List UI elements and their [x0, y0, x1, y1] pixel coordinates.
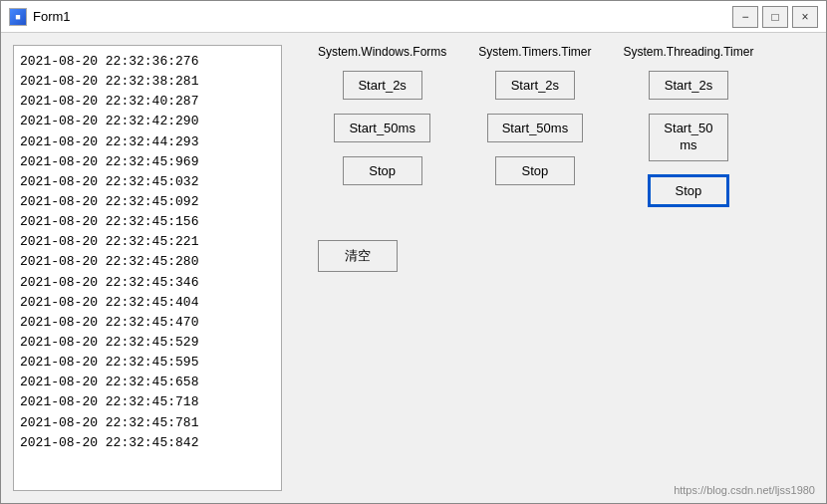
log-line: 2021-08-20 22:32:45:718: [20, 392, 275, 412]
clear-button[interactable]: 清空: [318, 240, 398, 272]
col2-start2s-button[interactable]: Start_2s: [495, 71, 575, 100]
window-title: Form1: [33, 9, 71, 24]
minimize-button[interactable]: −: [732, 6, 758, 28]
log-line: 2021-08-20 22:32:45:781: [20, 413, 275, 433]
column-windows-forms: System.Windows.Forms Start_2s Start_50ms…: [302, 45, 462, 199]
log-line: 2021-08-20 22:32:40:287: [20, 92, 275, 112]
log-line: 2021-08-20 22:32:45:404: [20, 293, 275, 313]
log-line: 2021-08-20 22:32:45:842: [20, 433, 275, 453]
col2-label: System.Timers.Timer: [478, 45, 591, 59]
log-line: 2021-08-20 22:32:45:529: [20, 333, 275, 353]
col2-start50ms-button[interactable]: Start_50ms: [487, 114, 583, 142]
maximize-button[interactable]: □: [762, 6, 788, 28]
close-button[interactable]: ×: [792, 6, 818, 28]
log-panel: 2021-08-20 22:32:36:2762021-08-20 22:32:…: [13, 45, 282, 491]
log-line: 2021-08-20 22:32:36:276: [20, 52, 275, 72]
log-line: 2021-08-20 22:32:45:470: [20, 313, 275, 333]
col1-stop-button[interactable]: Stop: [343, 156, 422, 185]
clear-button-row: 清空: [302, 240, 814, 286]
columns-container: System.Windows.Forms Start_2s Start_50ms…: [302, 45, 814, 220]
col3-stop-button[interactable]: Stop: [649, 175, 728, 206]
col1-label: System.Windows.Forms: [318, 45, 446, 59]
log-line: 2021-08-20 22:32:45:092: [20, 192, 275, 212]
log-line: 2021-08-20 22:32:42:290: [20, 112, 275, 131]
log-line: 2021-08-20 22:32:45:280: [20, 252, 275, 272]
log-line: 2021-08-20 22:32:45:221: [20, 232, 275, 252]
window-icon: ■: [9, 8, 27, 26]
watermark: https://blog.csdn.net/ljss1980: [674, 484, 815, 496]
log-line: 2021-08-20 22:32:45:658: [20, 373, 275, 392]
log-line: 2021-08-20 22:32:45:346: [20, 273, 275, 293]
log-line: 2021-08-20 22:32:45:156: [20, 212, 275, 232]
col3-start50ms-button[interactable]: Start_50ms: [649, 114, 728, 161]
col2-stop-button[interactable]: Stop: [495, 156, 575, 185]
title-bar-left: ■ Form1: [9, 8, 71, 26]
title-bar: ■ Form1 − □ ×: [1, 1, 826, 33]
col1-start50ms-button[interactable]: Start_50ms: [334, 114, 429, 142]
col3-label: System.Threading.Timer: [623, 45, 753, 59]
col3-start2s-button[interactable]: Start_2s: [649, 71, 728, 100]
title-buttons: − □ ×: [732, 6, 818, 28]
column-timers-timer: System.Timers.Timer Start_2s Start_50ms …: [462, 45, 607, 199]
log-line: 2021-08-20 22:32:45:595: [20, 353, 275, 373]
col1-start2s-button[interactable]: Start_2s: [343, 71, 422, 100]
log-line: 2021-08-20 22:32:44:293: [20, 132, 275, 152]
controls-area: System.Windows.Forms Start_2s Start_50ms…: [302, 45, 814, 491]
log-line: 2021-08-20 22:32:45:969: [20, 152, 275, 172]
content-area: 2021-08-20 22:32:36:2762021-08-20 22:32:…: [1, 33, 826, 503]
main-window: ■ Form1 − □ × 2021-08-20 22:32:36:276202…: [0, 0, 827, 504]
column-threading-timer: System.Threading.Timer Start_2s Start_50…: [607, 45, 769, 220]
log-line: 2021-08-20 22:32:45:032: [20, 172, 275, 192]
log-line: 2021-08-20 22:32:38:281: [20, 72, 275, 92]
